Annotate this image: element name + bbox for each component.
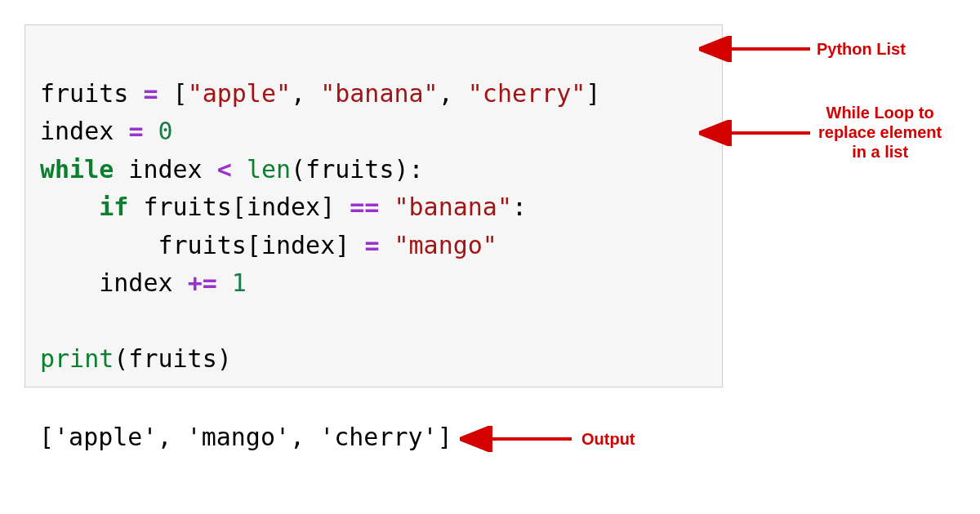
token-string: "banana" — [394, 193, 513, 221]
token-indent — [40, 231, 158, 259]
token-comma: , — [439, 79, 468, 108]
code-line-5: fruits[index] = "mango" — [40, 231, 497, 259]
token-string: "apple" — [188, 79, 291, 108]
token-assign: = — [364, 231, 379, 259]
token-colon: : — [512, 193, 527, 221]
token-string: "banana" — [320, 79, 439, 108]
label-python-list: Python List — [817, 39, 906, 59]
code-line-7: print(fruits) — [40, 344, 232, 373]
token-func-print: print — [40, 344, 114, 373]
token-eqeq: == — [350, 193, 379, 221]
token-var: index — [99, 268, 187, 297]
token-bracket-close: ] — [586, 79, 600, 108]
token-parens: (fruits): — [291, 155, 424, 184]
label-output: Output — [581, 429, 635, 449]
token-assign: = — [143, 79, 158, 108]
label-while-loop: While Loop to replace element in a list — [818, 103, 942, 162]
code-line-2: index = 0 — [40, 117, 173, 145]
token-number: 1 — [232, 268, 247, 297]
token-indent — [40, 193, 99, 221]
token-lt: < — [217, 155, 232, 184]
token-indent — [40, 268, 99, 297]
code-line-4: if fruits[index] == "banana": — [40, 193, 527, 221]
token-space — [158, 79, 173, 108]
token-keyword-if: if — [99, 193, 128, 221]
token-parens: (fruits) — [114, 344, 232, 373]
code-line-1: fruits = ["apple", "banana", "cherry"] — [40, 79, 600, 108]
token-space — [217, 268, 232, 297]
token-space — [379, 231, 394, 259]
output-text: ['apple', 'mango', 'cherry'] — [39, 423, 452, 451]
token-keyword-while: while — [40, 155, 114, 184]
code-line-6: index += 1 — [40, 268, 247, 297]
token-func-len: len — [247, 155, 291, 184]
token-var: index — [40, 117, 128, 145]
token-assign: = — [128, 117, 143, 145]
token-number: 0 — [158, 117, 173, 145]
token-space — [232, 155, 247, 184]
token-var: fruits — [40, 79, 143, 108]
token-expr: fruits[index] — [128, 193, 350, 221]
token-expr: fruits[index] — [158, 231, 365, 259]
token-string: "mango" — [394, 231, 497, 259]
token-var: index — [114, 155, 216, 184]
token-plus-eq: += — [188, 268, 217, 297]
code-line-3: while index < len(fruits): — [40, 155, 424, 184]
token-space — [143, 117, 158, 145]
token-bracket-open: [ — [173, 79, 188, 108]
code-block: fruits = ["apple", "banana", "cherry"] i… — [24, 24, 723, 388]
token-space — [379, 193, 394, 221]
token-string: "cherry" — [468, 79, 586, 108]
token-comma: , — [291, 79, 320, 108]
